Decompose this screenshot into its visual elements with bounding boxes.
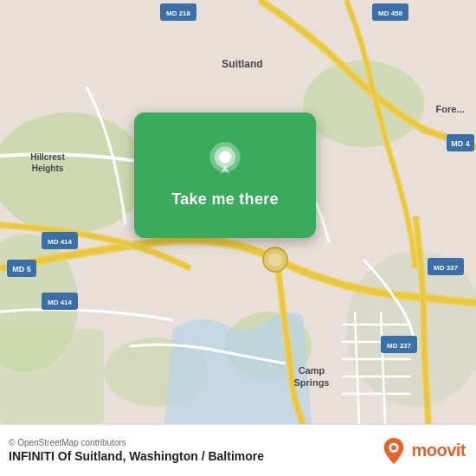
svg-text:MD 337: MD 337 — [387, 342, 412, 350]
svg-text:MD 4: MD 4 — [451, 139, 470, 148]
svg-text:MD 458: MD 458 — [378, 10, 403, 17]
bottom-bar: © OpenStreetMap contributors INFINITI Of… — [0, 424, 476, 476]
moovit-logo: moovit — [382, 436, 466, 466]
svg-text:MD 414: MD 414 — [48, 299, 73, 306]
svg-text:MD 218: MD 218 — [166, 10, 191, 17]
svg-text:Fore...: Fore... — [435, 104, 464, 114]
osm-attribution: © OpenStreetMap contributors — [9, 438, 264, 447]
svg-point-36 — [219, 151, 231, 164]
svg-text:MD 337: MD 337 — [434, 264, 459, 272]
bottom-info: © OpenStreetMap contributors INFINITI Of… — [9, 438, 264, 463]
take-me-there-button[interactable]: Take me there — [171, 190, 279, 209]
svg-text:Suitland: Suitland — [222, 58, 262, 70]
moovit-pin-icon — [382, 436, 406, 466]
svg-point-33 — [268, 253, 282, 267]
svg-text:MD 414: MD 414 — [48, 238, 73, 246]
svg-text:MD 5: MD 5 — [12, 265, 31, 273]
svg-point-38 — [392, 445, 397, 450]
svg-text:Springs: Springs — [294, 377, 330, 388]
location-card: Take me there — [134, 113, 316, 238]
location-pin-icon — [206, 142, 244, 180]
map-container: MD 5 MD 5 MD 218 MD 458 MD 4 MD 414 MD 4… — [0, 0, 476, 424]
svg-text:Camp: Camp — [299, 365, 325, 376]
svg-text:Heights: Heights — [32, 164, 64, 173]
svg-text:Hillcrest: Hillcrest — [30, 152, 65, 162]
svg-rect-6 — [0, 329, 104, 424]
location-name: INFINITI Of Suitland, Washington / Balti… — [9, 449, 264, 463]
moovit-text: moovit — [411, 441, 466, 460]
svg-point-3 — [303, 61, 424, 147]
